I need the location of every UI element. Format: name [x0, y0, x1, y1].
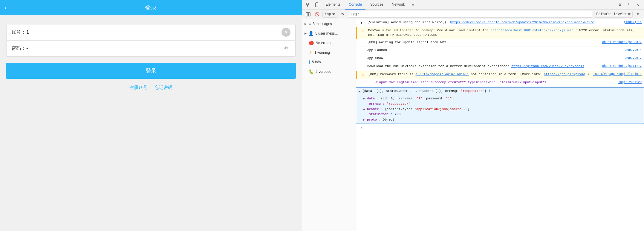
entry-location[interactable]: (index):15 — [624, 20, 642, 24]
entry-content: (index):15 [Violation] Avoid using docum… — [367, 20, 642, 26]
prop-expand-icon[interactable]: ▶ — [363, 108, 365, 111]
live-expressions-icon[interactable]: 👁 — [339, 11, 346, 18]
eye-icon[interactable]: 👁 — [282, 44, 290, 53]
sidebar-warning[interactable]: ▶ ⚠ 1 warning — [302, 48, 356, 57]
entry-content: App.vue:4 App Launch — [367, 48, 642, 53]
account-label: 账号： — [11, 29, 26, 36]
prop-statuscode: statusCode : 200 — [363, 112, 641, 117]
console-entry-input: ▶ login.vue:120 <input maxlength="140" s… — [356, 79, 644, 87]
sourcemap-link[interactable]: http://localhost:8081/static/js/sockjs.m… — [490, 29, 573, 32]
entry-content: App.vue:7 App Show — [367, 56, 642, 61]
sidebar-toggle-icon[interactable] — [305, 11, 312, 18]
prop-colon: : — [377, 97, 381, 100]
messages-arrow-icon[interactable]: ▶ — [305, 22, 307, 25]
device-icon[interactable] — [313, 1, 321, 9]
entry-text: not contained in a form: (More info: — [471, 73, 544, 76]
entry-location[interactable]: chunk-vendors.js:11777 — [602, 64, 642, 68]
sidebar-user-messages[interactable]: ▶ 👤 5 user mess... — [302, 29, 356, 38]
default-levels-selector[interactable]: Default levels — [594, 11, 633, 18]
entry-expand-icon[interactable]: ▶ — [361, 21, 365, 26]
entry-text: DevTools failed to load SourceMap: Could… — [368, 29, 490, 32]
prop-header: ▶ header : {content-type: "application/j… — [363, 107, 641, 112]
login-body: 账号： ✕ 密码： 👁 登录 注册账号 | 忘记密码 — [0, 15, 302, 99]
register-link[interactable]: 注册账号 — [129, 85, 147, 90]
sidebar-messages[interactable]: ▶ ≡ 8 messages — [302, 19, 356, 29]
login-title: 登录 — [145, 4, 157, 12]
console-entry-show: ▶ App.vue:7 App Show — [356, 55, 644, 63]
svg-rect-6 — [308, 13, 310, 16]
close-devtools-icon[interactable]: ✕ — [634, 1, 642, 9]
violation-link[interactable]: https://developers.google.com/web/update… — [450, 21, 594, 24]
entry-icon: ▶ — [361, 48, 365, 53]
clear-icon[interactable]: ✕ — [282, 28, 290, 37]
devtools-console-bar: 🚫 top 👁 Default levels ⚙ — [302, 10, 644, 19]
more-options-icon[interactable]: ⋮ — [625, 1, 633, 9]
console-entry: ▶ (index):15 [Violation] Avoid using doc… — [356, 19, 644, 27]
filter-input[interactable] — [348, 11, 593, 18]
entry-location[interactable]: App.vue:7 — [625, 56, 642, 60]
entry-icon: ▶ — [361, 81, 365, 86]
tab-elements[interactable]: Elements — [322, 0, 344, 10]
vue-devtools-link[interactable]: https://github.com/vuejs/vue-devtools — [511, 64, 584, 68]
login-panel: ‹ 登录 账号： ✕ 密码： 👁 登录 注册账号 | 忘记密码 — [0, 0, 302, 231]
prop-key: proto — [367, 118, 377, 121]
sidebar-verbose[interactable]: ▶ 🐛 2 verbose — [302, 67, 356, 76]
prop-key: errMsg — [369, 102, 381, 106]
sidebar-errors[interactable]: ▶ ⛔ No errors — [302, 38, 356, 48]
prop-key: statusCode — [369, 113, 389, 116]
account-input[interactable] — [26, 30, 282, 35]
devtools-panel: Elements Console Sources Network » ⚙ ⋮ ✕… — [302, 0, 644, 231]
entry-content: chunk-vendors.js:33372 [HMR] Waiting for… — [367, 40, 642, 46]
errors-label: No errors — [316, 41, 353, 45]
more-info-link[interactable]: https://goo.gl/9p2vKq — [544, 73, 585, 76]
password-label: 密码： — [11, 45, 26, 52]
prop-val: "request:ok" — [387, 102, 410, 106]
prop-colon: : — [391, 113, 394, 116]
tab-network[interactable]: Network — [388, 0, 409, 10]
object-info-icon: ℹ — [489, 89, 490, 93]
inspect-icon[interactable] — [305, 1, 312, 9]
console-output: ▶ (index):15 [Violation] Avoid using doc… — [356, 19, 644, 231]
console-entry-vuedevtools: ▶ chunk-vendors.js:11777 Download the Vu… — [356, 63, 644, 71]
context-selector[interactable]: top — [322, 11, 337, 18]
console-settings-icon[interactable]: ⚙ — [634, 11, 642, 18]
user-arrow-icon[interactable]: ▶ — [305, 32, 307, 35]
forgot-link[interactable]: 忘记密码 — [155, 85, 172, 90]
prop-val: : Object — [379, 118, 395, 121]
entry-text: Download the Vue Devtools extension for … — [367, 64, 511, 68]
prop-expand-icon[interactable]: ▶ — [363, 97, 365, 100]
svg-point-4 — [316, 6, 317, 6]
entry-text: [DOM] Password field is — [368, 73, 415, 76]
settings-icon[interactable]: ⚙ — [616, 1, 624, 9]
login-button[interactable]: 登录 — [6, 63, 296, 79]
back-button[interactable]: ‹ — [5, 4, 7, 11]
warning-label: 1 warning — [314, 50, 353, 55]
dom-link[interactable]: :8081/#/pages/login/login:1 — [415, 73, 469, 76]
user-messages-label: 5 user mess... — [315, 31, 353, 36]
info-label: 5 info — [312, 60, 353, 64]
entry-location[interactable]: chunk-vendors.js:33372 — [602, 40, 642, 44]
verbose-icon: 🐛 — [309, 69, 314, 74]
entry-content: DevTools failed to load SourceMap: Could… — [368, 28, 642, 38]
entry-location[interactable]: :8081/#/pages/login/login:1 — [593, 72, 642, 76]
entry-text: App Launch — [367, 48, 387, 52]
object-expand-icon[interactable]: ▶ — [359, 90, 360, 94]
clear-console-icon[interactable]: 🚫 — [313, 11, 321, 18]
entry-content: :8081/#/pages/login/login:1 [DOM] Passwo… — [368, 72, 642, 78]
entry-location[interactable]: login.vue:120 — [618, 80, 642, 84]
tab-sources[interactable]: Sources — [367, 0, 387, 10]
console-bottom-arrow[interactable]: › — [356, 124, 644, 132]
verbose-label: 2 verbose — [316, 70, 353, 74]
tab-console[interactable]: Console — [345, 0, 365, 10]
object-header-row: ▶ {data: {…}, statusCode: 200, header: {… — [359, 89, 641, 94]
more-tabs-icon[interactable]: » — [410, 2, 416, 7]
console-entry-hmr: ▶ chunk-vendors.js:33372 [HMR] Waiting f… — [356, 39, 644, 47]
entry-location[interactable]: App.vue:4 — [625, 48, 642, 52]
entry-content: login.vue:120 <input maxlength="140" ste… — [367, 80, 642, 86]
password-input[interactable] — [26, 46, 282, 51]
sidebar-info[interactable]: ▶ ℹ 5 info — [302, 57, 356, 67]
object-header: {data: {…}, statusCode: 200, header: {…}… — [362, 89, 489, 93]
prop-expand-icon[interactable]: ▶ — [363, 118, 365, 121]
login-header: ‹ 登录 — [0, 0, 302, 15]
entry-icon: ▶ — [361, 41, 365, 46]
